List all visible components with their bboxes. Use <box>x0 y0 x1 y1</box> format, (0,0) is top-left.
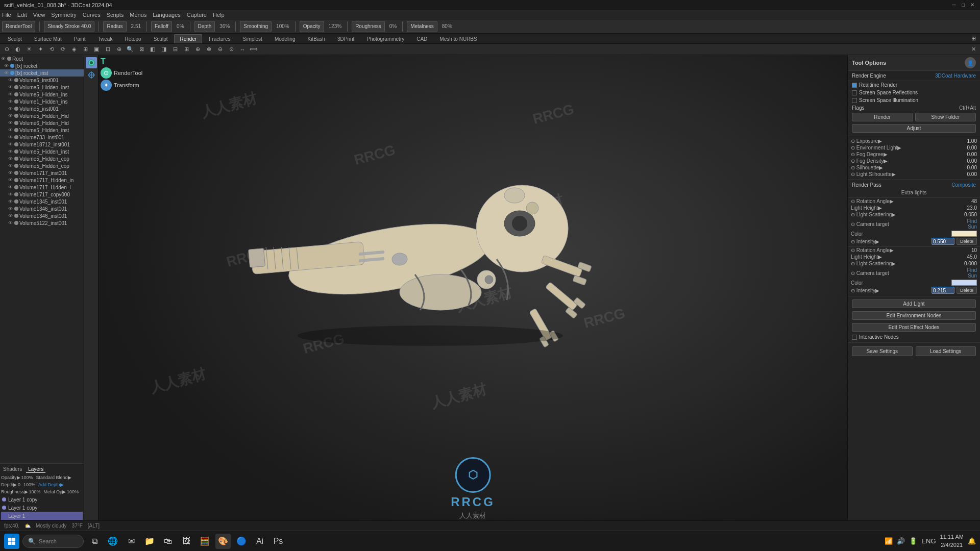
eye-icon-vol15[interactable]: 👁 <box>8 178 13 183</box>
tab-paint[interactable]: Paint <box>68 34 91 43</box>
toolbar-icon-7[interactable]: ◈ <box>69 45 79 54</box>
toolbar-icon-3[interactable]: ☀ <box>24 45 34 54</box>
menu-scripts[interactable]: Scripts <box>107 12 124 18</box>
eye-icon-vol10[interactable]: 👁 <box>8 142 13 147</box>
menu-capture[interactable]: Capture <box>187 12 207 18</box>
eye-icon-vol3[interactable]: 👁 <box>8 92 13 97</box>
eye-icon-vol12[interactable]: 👁 <box>8 156 13 161</box>
taskbar-icon-photos[interactable]: 🖼 <box>179 534 194 549</box>
eye-icon-vol17[interactable]: 👁 <box>8 192 13 197</box>
toolbar-icon-13[interactable]: ⊠ <box>137 45 146 54</box>
tree-item-vol11[interactable]: 👁 Volume5_Hidden_inst <box>0 148 84 155</box>
eye-icon-vol13[interactable]: 👁 <box>8 163 13 168</box>
tree-item-vol14[interactable]: 👁 Volume1717_inst001 <box>0 169 84 177</box>
eye-icon-rocket-inst[interactable]: 👁 <box>4 70 9 76</box>
close-btn[interactable]: ✕ <box>969 2 976 9</box>
tree-item-vol19[interactable]: 👁 Volume1346_inst001 <box>0 205 84 212</box>
toolbar-icon-23[interactable]: ⟺ <box>249 45 258 54</box>
light2-intensity-input[interactable] <box>932 287 954 294</box>
smoothing-btn[interactable]: Smoothing <box>240 21 272 32</box>
menu-symmetry[interactable]: Symmetry <box>51 12 77 18</box>
eye-icon-vol11[interactable]: 👁 <box>8 149 13 154</box>
metalness-btn[interactable]: Metalness <box>407 21 437 32</box>
scene-tree[interactable]: 👁 Root 👁 [fx] rocket 👁 [fx] rocket_inst … <box>0 55 84 463</box>
menu-help[interactable]: Help <box>213 12 225 18</box>
tab-render[interactable]: Render <box>174 34 202 43</box>
tree-item-vol4[interactable]: 👁 Volume1_Hidden_ins <box>0 98 84 105</box>
eye-icon-vol19[interactable]: 👁 <box>8 206 13 211</box>
menu-edit[interactable]: Edit <box>17 12 27 18</box>
tool-render-btn[interactable] <box>86 57 97 68</box>
eye-icon-vol5[interactable]: 👁 <box>8 106 13 111</box>
tree-item-vol6[interactable]: 👁 Volume5_Hidden_Hid <box>0 112 84 119</box>
toolbar-icon-22[interactable]: ↔ <box>238 45 247 54</box>
eye-icon-vol18[interactable]: 👁 <box>8 199 13 204</box>
shaders-tab[interactable]: Shaders <box>1 466 24 473</box>
taskbar-icon-store[interactable]: 🛍 <box>160 534 176 549</box>
adjust-btn[interactable]: Adjust <box>852 124 976 133</box>
clock[interactable]: 11:11 AM 2/4/2021 <box>940 533 964 549</box>
tab-fractures[interactable]: Fractures <box>203 34 236 43</box>
load-settings-btn[interactable]: Load Settings <box>916 346 976 356</box>
falloff-btn[interactable]: Falloff <box>151 21 172 32</box>
toolbar-icon-20[interactable]: ⊖ <box>215 45 225 54</box>
toolbar-icon-4[interactable]: ✦ <box>36 45 45 54</box>
toolbar-icon-19[interactable]: ⊗ <box>204 45 213 54</box>
eye-icon-vol7[interactable]: 👁 <box>8 120 13 126</box>
layer-row-1copy[interactable]: Layer 1 copy <box>1 495 83 504</box>
interactive-nodes-checkbox[interactable] <box>852 335 857 340</box>
tree-item-vol9[interactable]: 👁 Volume733_inst001 <box>0 134 84 141</box>
toolbar-icon-18[interactable]: ⊕ <box>193 45 202 54</box>
taskbar-icon-calc[interactable]: 🧮 <box>197 534 212 549</box>
tab-photogrammetry[interactable]: Photogrammetry <box>361 34 410 43</box>
eye-icon-vol1[interactable]: 👁 <box>8 78 13 83</box>
add-light-btn[interactable]: Add Light <box>852 299 976 308</box>
ssr-checkbox[interactable] <box>852 90 857 95</box>
tree-item-vol2[interactable]: 👁 Volume5_Hidden_inst <box>0 84 84 91</box>
tab-sculpt2[interactable]: Sculpt <box>148 34 174 43</box>
opacity-btn[interactable]: Opacity <box>300 21 324 32</box>
taskbar-icon-3dcoat[interactable]: 🎨 <box>215 534 231 549</box>
toolbar-icon-14[interactable]: ◧ <box>148 45 157 54</box>
panel-close-btn[interactable]: ✕ <box>969 45 978 54</box>
layer-row-1[interactable]: Layer 1 <box>1 512 83 520</box>
ssil-checkbox[interactable] <box>852 98 857 103</box>
eye-icon-vol2[interactable]: 👁 <box>8 85 13 90</box>
toolbar-icon-5[interactable]: ⟲ <box>47 45 56 54</box>
taskbar-search[interactable]: 🔍 Search <box>22 535 84 548</box>
tree-item-vol10[interactable]: 👁 Volume18712_inst001 <box>0 141 84 148</box>
taskbar-icon-ps[interactable]: Ps <box>271 534 286 549</box>
tab-mesh-nurbs[interactable]: Mesh to NURBS <box>434 34 482 43</box>
edit-env-nodes-btn[interactable]: Edit Environment Nodes <box>852 311 976 320</box>
tab-sculpt[interactable]: Sculpt <box>2 34 28 43</box>
tray-notification[interactable]: 🔔 <box>968 537 976 545</box>
layer-row-1copy2[interactable]: Layer 1 copy <box>1 504 83 512</box>
eye-icon-vol9[interactable]: 👁 <box>8 135 13 140</box>
tab-retopo[interactable]: Retopo <box>119 34 146 43</box>
eye-icon-vol6[interactable]: 👁 <box>8 113 13 118</box>
toolbar-icon-10[interactable]: ⊡ <box>103 45 112 54</box>
menu-languages[interactable]: Languages <box>153 12 180 18</box>
taskbar-icon-chrome[interactable]: 🔵 <box>234 534 249 549</box>
roughness-btn[interactable]: Roughness <box>352 21 385 32</box>
light1-findsum-btn[interactable]: Find Sun <box>959 218 977 230</box>
eye-icon[interactable]: 👁 <box>1 56 6 61</box>
tree-item-vol13[interactable]: 👁 Volume5_Hidden_cop <box>0 162 84 169</box>
toolbar-icon-6[interactable]: ⟳ <box>58 45 67 54</box>
tree-item-rocket[interactable]: 👁 [fx] rocket <box>0 62 84 69</box>
taskbar-icon-folder[interactable]: 📁 <box>142 534 157 549</box>
toolbar-icon-16[interactable]: ⊟ <box>170 45 180 54</box>
tray-network[interactable]: 📶 <box>885 537 893 545</box>
light2-delete-btn[interactable]: Delete <box>957 287 977 294</box>
tab-tweak[interactable]: Tweak <box>92 34 118 43</box>
minimize-btn[interactable]: ─ <box>950 2 958 9</box>
tree-item-rocket-inst[interactable]: 👁 [fx] rocket_inst <box>0 69 84 77</box>
show-folder-btn[interactable]: Show Folder <box>915 113 976 121</box>
tab-simplest[interactable]: Simplest <box>237 34 268 43</box>
light2-findsum-btn[interactable]: Find Sun <box>959 267 977 279</box>
toolbar-icon-12[interactable]: 🔍 <box>126 45 135 54</box>
tab-kitbash[interactable]: KitBash <box>302 34 330 43</box>
taskbar-icon-taskview[interactable]: ⧉ <box>87 534 102 549</box>
tree-item-vol20[interactable]: 👁 Volume1346_inst001 <box>0 212 84 219</box>
light2-color-swatch[interactable] <box>951 280 977 286</box>
